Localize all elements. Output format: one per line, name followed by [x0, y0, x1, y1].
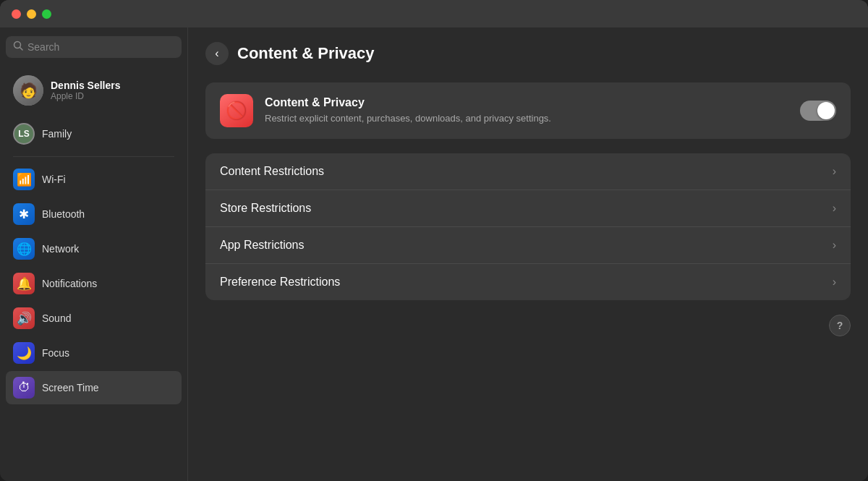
help-button-container: ?	[205, 315, 851, 336]
content-header: ‹ Content & Privacy	[205, 42, 851, 65]
main-layout: 🧑 Dennis Sellers Apple ID LS Family 📶 Wi…	[0, 27, 868, 481]
wifi-icon: 📶	[13, 169, 35, 190]
window: 🧑 Dennis Sellers Apple ID LS Family 📶 Wi…	[0, 0, 868, 481]
sound-icon: 🔊	[13, 307, 35, 329]
search-icon	[13, 41, 23, 54]
chevron-right-icon: ›	[833, 165, 836, 178]
sidebar-item-family-label: Family	[42, 128, 72, 140]
chevron-right-icon: ›	[833, 276, 836, 289]
app-restrictions-item[interactable]: App Restrictions ›	[205, 227, 851, 264]
title-bar	[0, 0, 868, 27]
family-initials: LS	[18, 129, 29, 139]
help-icon: ?	[837, 320, 843, 331]
privacy-toggle[interactable]	[800, 101, 836, 121]
sidebar-item-screentime-label: Screen Time	[42, 382, 99, 393]
user-info: Dennis Sellers Apple ID	[51, 80, 121, 101]
family-avatar: LS	[13, 123, 35, 145]
avatar: 🧑	[13, 75, 43, 106]
close-button[interactable]	[12, 9, 21, 19]
user-profile[interactable]: 🧑 Dennis Sellers Apple ID	[6, 69, 182, 111]
back-button[interactable]: ‹	[205, 42, 229, 65]
sidebar-item-bluetooth[interactable]: ✱ Bluetooth	[6, 197, 182, 231]
chevron-right-icon: ›	[833, 202, 836, 215]
sidebar-item-screentime[interactable]: ⏱ Screen Time	[6, 371, 182, 404]
privacy-card: 🚫 Content & Privacy Restrict explicit co…	[205, 82, 851, 139]
help-button[interactable]: ?	[829, 315, 851, 336]
sidebar-item-sound-label: Sound	[42, 312, 71, 324]
sidebar-item-wifi-label: Wi-Fi	[42, 174, 66, 185]
sidebar-item-bluetooth-label: Bluetooth	[42, 208, 85, 220]
privacy-icon: 🚫	[220, 94, 253, 127]
preference-restrictions-label: Preference Restrictions	[220, 276, 340, 289]
network-icon: 🌐	[13, 238, 35, 260]
toggle-knob	[817, 102, 835, 119]
store-restrictions-item[interactable]: Store Restrictions ›	[205, 190, 851, 227]
sidebar-item-notifications[interactable]: 🔔 Notifications	[6, 267, 182, 300]
minimize-button[interactable]	[27, 9, 36, 19]
focus-icon: 🌙	[13, 342, 35, 364]
privacy-title: Content & Privacy	[265, 96, 788, 109]
svg-line-1	[20, 48, 23, 51]
sidebar-item-focus[interactable]: 🌙 Focus	[6, 336, 182, 370]
search-input[interactable]	[27, 41, 174, 53]
notifications-icon: 🔔	[13, 273, 35, 294]
bluetooth-icon: ✱	[13, 203, 35, 225]
avatar-image: 🧑	[13, 75, 43, 106]
privacy-info: Content & Privacy Restrict explicit cont…	[265, 96, 788, 125]
app-restrictions-label: App Restrictions	[220, 239, 305, 252]
restrictions-card: Content Restrictions › Store Restriction…	[205, 153, 851, 300]
sidebar-item-network[interactable]: 🌐 Network	[6, 232, 182, 265]
page-title: Content & Privacy	[237, 44, 375, 63]
sidebar-item-focus-label: Focus	[42, 347, 69, 359]
search-box[interactable]	[6, 36, 182, 58]
preference-restrictions-item[interactable]: Preference Restrictions ›	[205, 264, 851, 300]
user-name: Dennis Sellers	[51, 80, 121, 91]
back-icon: ‹	[215, 47, 218, 60]
sidebar-item-notifications-label: Notifications	[42, 278, 97, 289]
content-restrictions-item[interactable]: Content Restrictions ›	[205, 153, 851, 190]
toggle-container	[800, 101, 836, 121]
screentime-icon: ⏱	[13, 377, 35, 399]
sidebar-divider	[13, 156, 174, 157]
user-subtitle: Apple ID	[51, 91, 121, 101]
privacy-description: Restrict explicit content, purchases, do…	[265, 112, 788, 125]
chevron-right-icon: ›	[833, 239, 836, 252]
sidebar: 🧑 Dennis Sellers Apple ID LS Family 📶 Wi…	[0, 27, 188, 481]
sidebar-item-wifi[interactable]: 📶 Wi-Fi	[6, 163, 182, 196]
sidebar-item-sound[interactable]: 🔊 Sound	[6, 302, 182, 335]
content-restrictions-label: Content Restrictions	[220, 165, 324, 178]
content-area: ‹ Content & Privacy 🚫 Content & Privacy …	[188, 27, 868, 481]
store-restrictions-label: Store Restrictions	[220, 202, 311, 215]
sidebar-item-network-label: Network	[42, 243, 79, 255]
sidebar-item-family[interactable]: LS Family	[6, 117, 182, 150]
maximize-button[interactable]	[42, 9, 51, 19]
